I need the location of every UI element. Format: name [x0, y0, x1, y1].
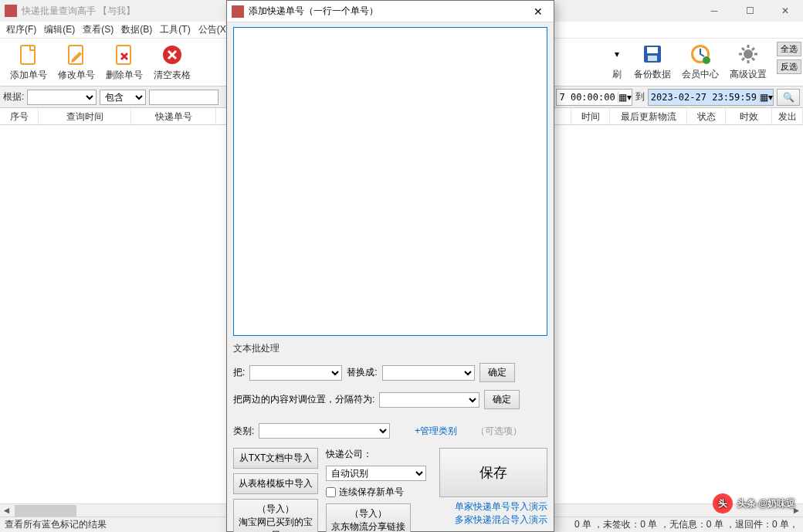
minimize-button[interactable]: ─: [696, 0, 732, 22]
swap-ok-button[interactable]: 确定: [484, 390, 520, 409]
col-last-update[interactable]: 最后更新物流: [610, 108, 687, 124]
dialog-icon: [232, 5, 244, 18]
status-right: 0 单 ，未签收：0 单 ，无信息：0 单 ，退回件：0 单，: [574, 518, 798, 531]
date-to-label: 到: [635, 90, 645, 103]
filter-text-input[interactable]: [149, 90, 219, 105]
search-button[interactable]: 🔍: [777, 89, 800, 106]
dialog-titlebar: 添加快递单号（一行一个单号） ✕: [227, 1, 554, 22]
category-row: 类别: +管理类别 （可选项）: [233, 423, 547, 439]
add-tracking-dialog: 添加快递单号（一行一个单号） ✕ 文本批处理 把: 替换成: 确定 把两边的内容…: [226, 0, 554, 532]
import-template-button[interactable]: 从表格模板中导入: [233, 473, 318, 494]
tracking-numbers-textarea[interactable]: [233, 27, 547, 336]
svg-rect-6: [648, 56, 657, 61]
continuous-save-checkbox[interactable]: 连续保存新单号: [326, 486, 432, 499]
courier-label: 快递公司：: [326, 448, 432, 461]
replace-to-label: 替换成:: [347, 366, 377, 379]
watermark-icon: 头: [713, 493, 733, 513]
settings-icon: [736, 42, 761, 66]
clear-table-button[interactable]: 清空表格: [148, 40, 196, 85]
contains-combo[interactable]: 包含: [100, 90, 146, 105]
col-tracking-no[interactable]: 快递单号: [131, 108, 216, 124]
menu-tools[interactable]: 工具(T): [157, 22, 193, 38]
manage-category-link[interactable]: +管理类别: [415, 425, 457, 438]
page-edit-icon: [64, 42, 89, 67]
swap-row: 把两边的内容对调位置，分隔符为: 确定: [233, 390, 547, 409]
svg-rect-5: [647, 47, 658, 53]
import-txt-button[interactable]: 从TXT文档中导入: [233, 448, 318, 469]
advanced-settings-button[interactable]: 高级设置: [724, 39, 772, 83]
invert-selection-button[interactable]: 反选: [777, 59, 801, 74]
member-icon: [688, 42, 713, 66]
calendar-icon: ▦▾: [618, 92, 632, 103]
replace-ok-button[interactable]: 确定: [479, 363, 515, 382]
replace-from-combo[interactable]: [249, 365, 342, 381]
replace-to-combo[interactable]: [382, 365, 475, 381]
dialog-close-button[interactable]: ✕: [523, 1, 554, 22]
save-button[interactable]: 保存: [439, 448, 547, 497]
search-icon: 🔍: [783, 92, 795, 103]
refresh-button[interactable]: ▾ 刷: [605, 39, 629, 83]
replace-from-label: 把:: [233, 366, 245, 379]
date-from-picker[interactable]: 7 00:00:00 ▦▾: [556, 89, 632, 106]
swap-delimiter-combo[interactable]: [379, 392, 479, 408]
col-index[interactable]: 序号: [0, 108, 39, 124]
scrollbar-thumb[interactable]: [15, 505, 76, 517]
text-batch-label: 文本批处理: [233, 342, 547, 355]
backup-button[interactable]: 备份数据: [629, 39, 676, 83]
page-add-icon: [16, 42, 41, 67]
courier-combo[interactable]: 自动识别: [326, 466, 426, 481]
member-center-button[interactable]: 会员中心: [676, 39, 724, 83]
optional-label: （可选项）: [476, 425, 522, 438]
app-icon: [5, 5, 17, 17]
dialog-title: 添加快递单号（一行一个单号）: [249, 5, 523, 18]
import-jd-button[interactable]: （导入） 京东物流分享链接: [326, 503, 411, 532]
select-all-button[interactable]: 全选: [777, 42, 801, 56]
page-delete-icon: [112, 42, 137, 67]
svg-point-9: [703, 56, 710, 64]
close-button[interactable]: ✕: [767, 0, 803, 22]
delete-tracking-button[interactable]: 删除单号: [100, 40, 148, 85]
root-field-combo[interactable]: [27, 90, 97, 105]
continuous-save-input[interactable]: [326, 487, 336, 497]
import-taobao-button[interactable]: （导入） 淘宝网已买到的宝贝: [233, 499, 318, 532]
svg-point-10: [744, 49, 753, 59]
maximize-button[interactable]: ☐: [732, 0, 767, 22]
category-label: 类别:: [233, 425, 254, 438]
window-controls: ─ ☐ ✕: [696, 0, 803, 22]
menu-view[interactable]: 查看(S): [80, 22, 117, 38]
add-tracking-button[interactable]: 添加单号: [5, 40, 53, 85]
svg-rect-0: [21, 46, 35, 64]
menu-data[interactable]: 数据(B): [118, 22, 155, 38]
refresh-icon: ▾: [605, 42, 629, 66]
watermark: 头 头条 @奶味逗: [713, 493, 795, 513]
root-label: 根据:: [3, 90, 24, 103]
date-to-picker[interactable]: 2023-02-27 23:59:59 ▦▾: [648, 89, 774, 106]
demo-multi-link[interactable]: 多家快递混合导入演示: [455, 513, 547, 527]
status-left: 查看所有蓝色标记的结果: [5, 518, 107, 531]
col-dispatch[interactable]: 发出: [772, 108, 803, 124]
col-time[interactable]: 时间: [571, 108, 610, 124]
scroll-left-icon[interactable]: ◄: [0, 504, 13, 517]
col-status[interactable]: 状态: [687, 108, 726, 124]
calendar-icon: ▦▾: [759, 92, 773, 103]
menu-edit[interactable]: 编辑(E): [41, 22, 78, 38]
replace-row: 把: 替换成: 确定: [233, 363, 547, 382]
category-combo[interactable]: [259, 423, 390, 439]
col-duration[interactable]: 时效: [726, 108, 772, 124]
clear-icon: [160, 42, 185, 67]
demo-single-link[interactable]: 单家快递单号导入演示: [455, 500, 547, 513]
swap-label: 把两边的内容对调位置，分隔符为:: [233, 393, 374, 406]
col-query-time[interactable]: 查询时间: [39, 108, 131, 124]
edit-tracking-button[interactable]: 修改单号: [53, 40, 100, 85]
save-icon: [640, 42, 665, 66]
menu-program[interactable]: 程序(F): [3, 22, 39, 38]
